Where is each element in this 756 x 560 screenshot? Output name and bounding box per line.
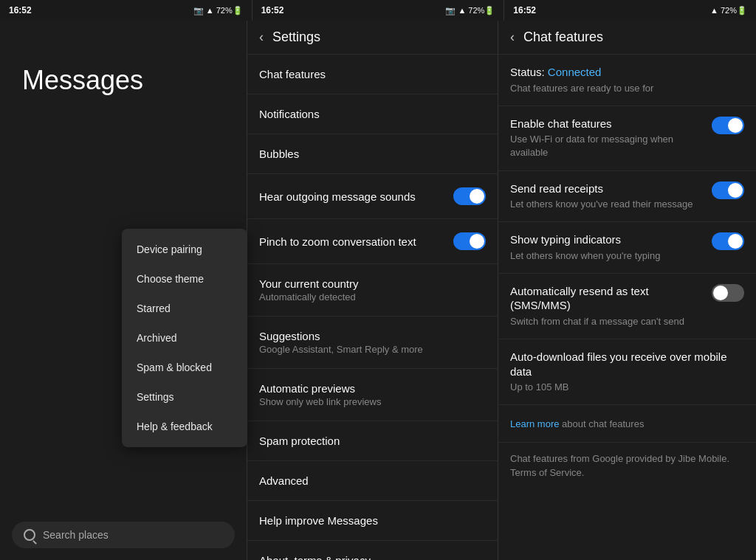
time-1: 16:52 (9, 5, 32, 15)
icons-2: 📷 ▲ 72%🔋 (445, 6, 495, 15)
dropdown-menu: Device pairing Choose theme Starred Arch… (122, 229, 247, 447)
chat-item-enable[interactable]: Enable chat features Use Wi-Fi or data f… (498, 106, 756, 171)
settings-item-chat-features-title: Chat features (259, 68, 326, 80)
chat-learn-more-row: Learn more about chat features (510, 418, 644, 431)
settings-list: Chat features Notifications Bubbles Hear… (247, 55, 498, 560)
settings-item-auto-previews[interactable]: Automatic previews Show only web link pr… (247, 369, 498, 421)
chat-features-header: ‹ Chat features (498, 21, 756, 55)
time-3: 16:52 (513, 5, 536, 15)
status-bar-1: 16:52 📷 ▲ 72%🔋 (0, 0, 252, 21)
menu-item-choose-theme[interactable]: Choose theme (122, 264, 247, 294)
menu-item-settings[interactable]: Settings (122, 382, 247, 412)
icons-3: ▲ 72%🔋 (710, 6, 747, 15)
chat-status-subtitle: Chat features are ready to use for (510, 82, 653, 95)
chat-item-typing-indicators[interactable]: Show typing indicators Let others know w… (498, 222, 756, 274)
settings-item-country[interactable]: Your current country Automatically detec… (247, 264, 498, 317)
chat-read-receipts-subtitle: Let others know you've read their messag… (510, 198, 693, 211)
panel-messages: Messages Search places Device pairing Ch… (0, 21, 247, 560)
settings-item-auto-previews-subtitle: Show only web link previews (259, 396, 381, 407)
settings-item-suggestions-subtitle: Google Assistant, Smart Reply & more (259, 344, 423, 355)
settings-item-outgoing-sounds-title: Hear outgoing message sounds (259, 190, 416, 203)
search-bar[interactable]: Search places (12, 522, 235, 548)
toggle-read-receipts[interactable] (712, 182, 744, 199)
settings-header: ‹ Settings (247, 21, 498, 55)
settings-item-advanced-title: Advanced (259, 474, 309, 487)
chat-status-row: Status: Connected Chat features are read… (498, 55, 756, 106)
settings-item-pinch-zoom[interactable]: Pinch to zoom conversation text (247, 219, 498, 264)
settings-item-bubbles[interactable]: Bubbles (247, 134, 498, 174)
status-bars: 16:52 📷 ▲ 72%🔋 16:52 📷 ▲ 72%🔋 16:52 ▲ 72… (0, 0, 756, 21)
settings-item-auto-previews-title: Automatic previews (259, 382, 381, 395)
settings-item-pinch-zoom-title: Pinch to zoom conversation text (259, 235, 416, 248)
toggle-enable-chat[interactable] (712, 117, 744, 134)
chat-auto-download-title: Auto-download files you receive over mob… (510, 350, 744, 378)
toggle-outgoing-sounds[interactable] (453, 187, 486, 205)
settings-item-notifications-title: Notifications (259, 108, 320, 120)
settings-item-bubbles-title: Bubbles (259, 148, 299, 160)
status-bar-2: 16:52 📷 ▲ 72%🔋 (252, 0, 504, 21)
menu-item-starred[interactable]: Starred (122, 294, 247, 323)
panel-settings: ‹ Settings Chat features Notifications B… (247, 21, 498, 560)
chat-typing-indicators-title: Show typing indicators (510, 232, 660, 247)
chat-features-title: Chat features (523, 30, 603, 45)
chat-enable-title: Enable chat features (510, 117, 703, 131)
settings-item-about-title: About, terms & privacy (259, 554, 371, 560)
chat-enable-subtitle: Use Wi-Fi or data for messaging when ava… (510, 133, 703, 159)
settings-item-suggestions-title: Suggestions (259, 330, 423, 342)
settings-item-about[interactable]: About, terms & privacy (247, 541, 498, 560)
time-2: 16:52 (261, 5, 284, 15)
settings-item-advanced[interactable]: Advanced (247, 461, 498, 501)
chat-item-learn-more: Learn more about chat features (498, 405, 756, 442)
chat-auto-resend-title: Automatically resend as text (SMS/MMS) (510, 284, 703, 313)
menu-item-help-feedback[interactable]: Help & feedback (122, 412, 247, 441)
chat-footer: Chat features from Google provided by Ji… (498, 443, 756, 489)
icons-1: 📷 ▲ 72%🔋 (193, 6, 243, 15)
chat-read-receipts-title: Send read receipts (510, 182, 693, 196)
chat-status-label: Status: Connected (510, 65, 653, 80)
settings-item-chat-features[interactable]: Chat features (247, 55, 498, 94)
settings-item-spam-protection[interactable]: Spam protection (247, 421, 498, 461)
settings-item-country-title: Your current country (259, 277, 359, 290)
settings-item-country-subtitle: Automatically detected (259, 291, 359, 303)
search-placeholder: Search places (43, 529, 109, 541)
toggle-typing-indicators[interactable] (712, 232, 744, 250)
search-icon (24, 529, 35, 541)
status-bar-3: 16:52 ▲ 72%🔋 (504, 0, 756, 21)
chat-item-auto-resend[interactable]: Automatically resend as text (SMS/MMS) S… (498, 274, 756, 339)
learn-more-link[interactable]: Learn more (510, 418, 559, 429)
chat-item-read-receipts[interactable]: Send read receipts Let others know you'v… (498, 171, 756, 223)
panel-chat-features: ‹ Chat features Status: Connected Chat f… (498, 21, 756, 560)
main-content: Messages Search places Device pairing Ch… (0, 21, 756, 560)
toggle-pinch-zoom[interactable] (453, 232, 486, 250)
settings-item-suggestions[interactable]: Suggestions Google Assistant, Smart Repl… (247, 317, 498, 369)
chat-features-list: Status: Connected Chat features are read… (498, 55, 756, 560)
chat-item-auto-download[interactable]: Auto-download files you receive over mob… (498, 339, 756, 405)
settings-item-help-improve[interactable]: Help improve Messages (247, 501, 498, 541)
chat-auto-download-subtitle: Up to 105 MB (510, 381, 744, 394)
menu-item-device-pairing[interactable]: Device pairing (122, 235, 247, 264)
settings-item-outgoing-sounds[interactable]: Hear outgoing message sounds (247, 174, 498, 219)
menu-item-spam-blocked[interactable]: Spam & blocked (122, 353, 247, 382)
chat-typing-indicators-subtitle: Let others know when you're typing (510, 249, 660, 263)
settings-item-notifications[interactable]: Notifications (247, 94, 498, 134)
settings-item-spam-protection-title: Spam protection (259, 435, 340, 447)
chat-back-button[interactable]: ‹ (510, 30, 515, 45)
menu-item-archived[interactable]: Archived (122, 323, 247, 353)
settings-title: Settings (272, 30, 320, 45)
chat-auto-resend-subtitle: Switch from chat if a message can't send (510, 315, 703, 328)
settings-back-button[interactable]: ‹ (259, 30, 264, 45)
settings-item-help-improve-title: Help improve Messages (259, 514, 378, 527)
toggle-auto-resend[interactable] (712, 284, 744, 302)
learn-more-suffix: about chat features (559, 418, 644, 429)
